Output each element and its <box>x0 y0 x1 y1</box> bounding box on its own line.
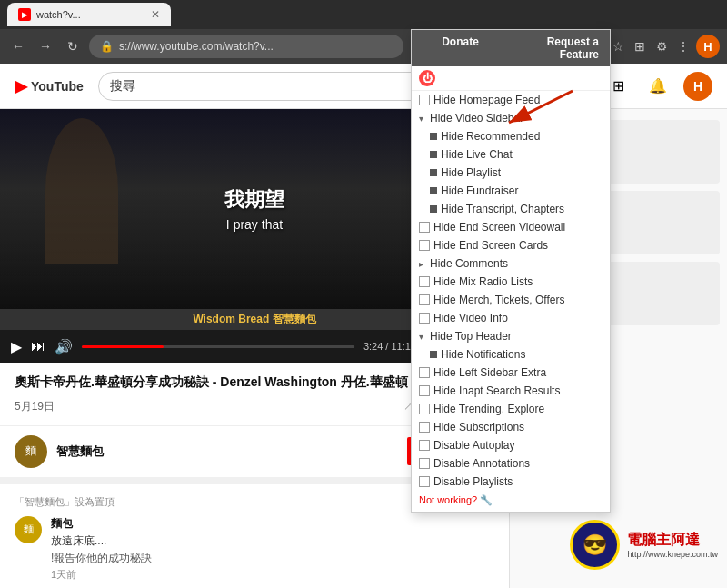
menu-item-hide-video-info[interactable]: Hide Video Info <box>412 309 610 327</box>
checkbox-4 <box>419 294 430 305</box>
notification-icon[interactable]: 🔔 <box>643 72 672 101</box>
forward-button[interactable]: → <box>35 35 56 57</box>
menu-item-disable-autoplay[interactable]: Disable Autoplay <box>412 436 610 454</box>
bullet-2 <box>430 169 437 176</box>
menu-item-hide-merch[interactable]: Hide Merch, Tickets, Offers <box>412 291 610 309</box>
menu-item-hide-subs[interactable]: Hide Subscriptions <box>412 418 610 436</box>
lock-icon: 🔒 <box>100 40 114 53</box>
yt-main: 我期望 I pray that Wisdom Bread 智慧麵包 ▶ ⏭ 🔊 … <box>0 109 727 588</box>
video-date: 5月19日 <box>15 399 55 414</box>
yt-header: ▶ YouTube 搜尋 🔍 📹 ⊞ 🔔 H <box>0 64 727 109</box>
menu-item-hide-recommended[interactable]: Hide Recommended <box>412 127 610 145</box>
menu-item-hide-left-sidebar[interactable]: Hide Left Sidebar Extra <box>412 364 610 382</box>
volume-button[interactable]: 🔊 <box>55 338 73 355</box>
not-working[interactable]: Not working? 🔧 <box>412 491 610 512</box>
menu-item-1[interactable]: ▾ Hide Video Sidebar <box>412 109 610 127</box>
youtube-page: ▶ YouTube 搜尋 🔍 📹 ⊞ 🔔 H 我期望 I pray <box>0 64 727 588</box>
menu-label-hide-end-cards: Hide End Screen Cards <box>433 239 548 252</box>
checkbox-10 <box>419 440 430 451</box>
play-button[interactable]: ▶ <box>11 338 22 355</box>
menu-label-hide-recommended: Hide Recommended <box>441 130 540 143</box>
video-caption: 我期望 I pray that <box>224 186 284 232</box>
checkbox-3 <box>419 276 430 287</box>
checkbox-2 <box>419 240 430 251</box>
address-bar[interactable]: 🔒 s://www.youtube.com/watch?v... <box>89 35 403 58</box>
comment-body-1: 麵包 放遠床底.... !報告你他的成功秘訣 1天前 <box>51 516 494 582</box>
tab-close-icon[interactable]: ✕ <box>151 8 160 21</box>
back-button[interactable]: ← <box>7 35 29 57</box>
comment-1: 麵 麵包 放遠床底.... !報告你他的成功秘訣 1天前 <box>15 516 494 582</box>
progress-bar[interactable] <box>82 345 354 348</box>
power-icon[interactable]: ⏻ <box>419 70 435 86</box>
menu-item-hide-comments[interactable]: ▸ Hide Comments <box>412 254 610 273</box>
menu-item-hide-fundraiser[interactable]: Hide Fundraiser <box>412 182 610 200</box>
channel-name[interactable]: 智慧麵包 <box>56 443 104 460</box>
search-bar[interactable]: 搜尋 <box>98 72 425 101</box>
comment-text-1: 放遠床底.... <box>51 533 494 549</box>
yt-logo-text: YouTube <box>31 79 84 94</box>
channel-bar-text: Wisdom Bread 智慧麵包 <box>193 313 315 325</box>
menu-label-hide-notifications: Hide Notifications <box>441 348 525 361</box>
checkbox-1 <box>419 222 430 233</box>
watermark-line2: http://www.knepe.com.tw <box>627 550 718 559</box>
tab-title: watch?v... <box>36 9 145 20</box>
comment-time-1: 1天前 <box>51 568 494 582</box>
caption-english: I pray that <box>224 217 284 232</box>
tab-favicon: ▶ <box>18 8 31 21</box>
menu-label-hide-mix: Hide Mix Radio Lists <box>433 275 533 288</box>
menu-item-hide-end-cards[interactable]: Hide End Screen Cards <box>412 236 610 254</box>
menu-label-hide-video-info: Hide Video Info <box>433 312 508 324</box>
arrow-2: ▾ <box>419 332 426 342</box>
menu-label-hide-end-videowall: Hide End Screen Videowall <box>433 221 565 234</box>
donate-button[interactable]: Donate <box>412 30 509 66</box>
menu-item-hide-live-chat[interactable]: Hide Live Chat <box>412 145 610 164</box>
menu-label-hide-inapt: Hide Inapt Search Results <box>433 384 560 397</box>
search-text: 搜尋 <box>110 78 135 95</box>
browser-chrome: ▶ watch?v... ✕ ← → ↻ 🔒 s://www.youtube.c… <box>0 0 727 64</box>
ext-icon-dots[interactable]: ⋮ <box>674 37 692 55</box>
bullet-1 <box>430 151 437 158</box>
menu-item-hide-end-videowall[interactable]: Hide End Screen Videowall <box>412 218 610 236</box>
request-feature-button[interactable]: Request a Feature <box>509 30 610 66</box>
menu-label-hide-playlist: Hide Playlist <box>441 166 501 179</box>
ext-icon-settings[interactable]: ⚙ <box>652 37 671 55</box>
comment-avatar-1: 麵 <box>15 516 42 543</box>
menu-label-disable-playlists: Disable Playlists <box>433 475 513 488</box>
not-working-text: Not working? <box>419 494 477 505</box>
reload-button[interactable]: ↻ <box>62 35 84 57</box>
active-tab[interactable]: ▶ watch?v... ✕ <box>7 3 171 26</box>
checkbox-0 <box>419 95 430 105</box>
menu-item-hide-playlist[interactable]: Hide Playlist <box>412 164 610 182</box>
dropdown-header: Donate Request a Feature <box>412 30 610 66</box>
star-icon[interactable]: ☆ <box>609 37 627 55</box>
checkbox-11 <box>419 458 430 469</box>
menu-item-disable-playlists[interactable]: Disable Playlists <box>412 473 610 491</box>
checkbox-6 <box>419 367 430 378</box>
yt-avatar-header[interactable]: H <box>696 35 720 58</box>
menu-item-0[interactable]: Hide Homepage Feed <box>412 91 610 109</box>
bullet-4 <box>430 205 437 213</box>
menu-label-hide-comments: Hide Comments <box>430 257 508 270</box>
menu-item-disable-annotations[interactable]: Disable Annotations <box>412 454 610 473</box>
yt-user-avatar[interactable]: H <box>683 72 712 101</box>
next-button[interactable]: ⏭ <box>31 338 45 354</box>
comment-author-1: 麵包 <box>51 516 494 532</box>
checkbox-8 <box>419 404 430 414</box>
menu-label-hide-fundraiser: Hide Fundraiser <box>441 184 518 197</box>
ext-icon-tab[interactable]: ⊞ <box>631 37 649 55</box>
menu-item-hide-transcript[interactable]: Hide Transcript, Chapters <box>412 200 610 218</box>
arrow-1: ▸ <box>419 259 426 269</box>
menu-item-hide-top-header[interactable]: ▾ Hide Top Header <box>412 327 610 345</box>
tab-bar: ▶ watch?v... ✕ <box>0 0 727 29</box>
menu-item-hide-inapt[interactable]: Hide Inapt Search Results <box>412 382 610 400</box>
yt-logo-icon: ▶ <box>15 76 27 96</box>
menu-label-hide-trending: Hide Trending, Explore <box>433 403 544 415</box>
menu-label-1: Hide Video Sidebar <box>430 112 523 125</box>
checkbox-5 <box>419 313 430 324</box>
yt-logo[interactable]: ▶ YouTube <box>15 76 84 96</box>
menu-item-hide-trending[interactable]: Hide Trending, Explore <box>412 400 610 418</box>
checkbox-7 <box>419 385 430 396</box>
menu-item-hide-mix[interactable]: Hide Mix Radio Lists <box>412 273 610 291</box>
bullet-3 <box>430 187 437 194</box>
menu-item-hide-notifications[interactable]: Hide Notifications <box>412 345 610 364</box>
